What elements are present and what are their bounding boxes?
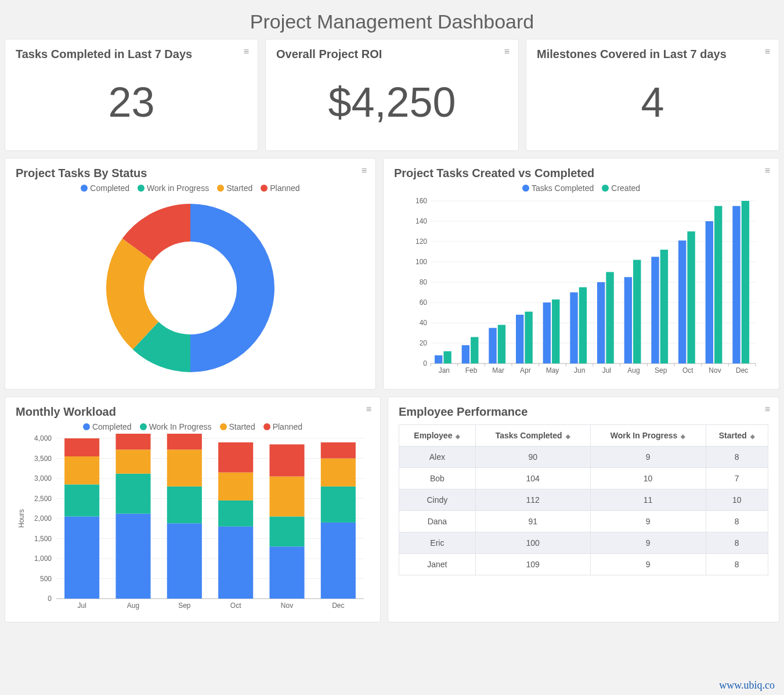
svg-text:Sep: Sep [178, 602, 191, 610]
svg-text:Mar: Mar [492, 366, 504, 374]
table-cell: Janet [399, 554, 476, 575]
svg-text:Jul: Jul [602, 366, 610, 374]
chart-title: Project Tasks Created vs Completed [394, 167, 768, 180]
kpi-title: Overall Project ROI [276, 48, 508, 61]
svg-text:Hours: Hours [17, 509, 26, 528]
table-row: Dana9198 [399, 511, 768, 532]
svg-rect-91 [64, 438, 99, 456]
svg-rect-100 [167, 449, 202, 486]
sort-icon: ◆ [566, 433, 570, 440]
legend-item: Started [217, 183, 252, 193]
table-cell: 8 [706, 446, 768, 468]
svg-text:0: 0 [423, 359, 427, 368]
svg-text:Aug: Aug [127, 602, 139, 610]
chart-title: Project Tasks By Status [16, 167, 365, 180]
legend-item: Work in Progress [138, 183, 209, 193]
hamburger-icon[interactable]: ≡ [765, 168, 771, 174]
hamburger-icon[interactable]: ≡ [504, 49, 510, 55]
svg-rect-111 [269, 444, 304, 476]
svg-rect-44 [606, 272, 613, 364]
svg-text:2,500: 2,500 [34, 495, 52, 503]
grouped-card: ≡ Project Tasks Created vs Completed Tas… [383, 158, 779, 390]
table-cell: Bob [399, 468, 476, 489]
kpi-row: ≡ Tasks Completed in Last 7 Days 23 ≡ Ov… [5, 39, 779, 151]
svg-text:60: 60 [419, 298, 427, 307]
svg-rect-95 [115, 449, 150, 473]
svg-rect-93 [115, 514, 150, 599]
hamburger-icon[interactable]: ≡ [244, 49, 250, 55]
svg-rect-106 [218, 442, 253, 473]
table-cell: 104 [475, 468, 590, 489]
svg-rect-105 [218, 473, 253, 500]
table-cell: 112 [475, 489, 590, 511]
table-cell: Cindy [399, 489, 476, 511]
table-cell: 91 [475, 511, 590, 532]
donut-chart [86, 195, 295, 381]
donut-card: ≡ Project Tasks By Status Completed Work… [5, 158, 376, 390]
svg-rect-109 [269, 517, 304, 547]
hamburger-icon[interactable]: ≡ [765, 406, 771, 412]
table-row: Janet10998 [399, 554, 768, 575]
grouped-legend: Tasks Completed Created [394, 183, 768, 193]
svg-rect-19 [435, 355, 442, 363]
kpi-value: $4,250 [276, 61, 508, 142]
svg-text:80: 80 [419, 278, 427, 286]
kpi-title: Milestones Covered in Last 7 days [537, 48, 768, 61]
table-header[interactable]: Employee◆ [399, 425, 476, 446]
svg-rect-32 [525, 312, 532, 363]
legend-item: Completed [83, 422, 132, 431]
page-title: Project Management Dashboard [5, 2, 779, 39]
stacked-legend: Completed Work In Progress Started Plann… [16, 422, 370, 431]
svg-text:Jun: Jun [573, 366, 584, 374]
svg-rect-39 [570, 293, 577, 364]
svg-text:Jan: Jan [438, 366, 449, 374]
svg-text:Dec: Dec [735, 366, 747, 374]
sort-icon: ◆ [456, 433, 460, 440]
svg-text:160: 160 [415, 197, 427, 205]
hamburger-icon[interactable]: ≡ [366, 406, 372, 412]
svg-text:Sep: Sep [654, 366, 667, 374]
table-cell: 7 [706, 468, 768, 489]
table-header[interactable]: Tasks Completed◆ [475, 425, 590, 446]
svg-text:3,500: 3,500 [34, 455, 52, 463]
svg-rect-99 [167, 487, 202, 523]
svg-rect-89 [64, 484, 99, 516]
svg-text:Oct: Oct [682, 366, 693, 374]
table-cell: 100 [475, 532, 590, 554]
svg-text:Nov: Nov [709, 366, 721, 374]
svg-text:100: 100 [415, 258, 427, 266]
svg-rect-110 [269, 477, 304, 517]
svg-rect-113 [321, 523, 356, 599]
sort-icon: ◆ [750, 433, 755, 440]
table-cell: 11 [590, 489, 706, 511]
svg-rect-63 [732, 206, 740, 363]
hamburger-icon[interactable]: ≡ [362, 168, 367, 174]
svg-text:2,000: 2,000 [34, 514, 52, 523]
svg-rect-56 [687, 232, 695, 364]
svg-rect-28 [497, 325, 505, 364]
legend-item: Planned [263, 422, 302, 431]
chart-title: Monthly Workload [16, 405, 370, 419]
svg-rect-27 [489, 328, 496, 363]
table-header[interactable]: Work In Progress◆ [590, 425, 706, 446]
svg-rect-60 [714, 206, 722, 363]
table-row: Alex9098 [399, 446, 768, 468]
table-cell: 10 [590, 468, 706, 489]
kpi-title: Tasks Completed in Last 7 Days [16, 48, 247, 61]
svg-text:20: 20 [419, 339, 427, 347]
svg-text:1,500: 1,500 [34, 535, 52, 543]
table-cell: Alex [399, 446, 476, 468]
svg-text:Aug: Aug [627, 366, 640, 374]
hamburger-icon[interactable]: ≡ [765, 49, 771, 55]
table-header[interactable]: Started◆ [706, 425, 768, 446]
stacked-bar-chart: Hours05001,0001,5002,0002,5003,0003,5004… [16, 434, 370, 614]
svg-text:500: 500 [40, 575, 52, 583]
table-cell: 9 [590, 554, 706, 575]
grouped-bar-chart: 020406080100120140160JanFebMarAprMayJunJ… [402, 195, 761, 381]
svg-rect-64 [741, 201, 749, 363]
performance-card: ≡ Employee Performance Employee◆Tasks Co… [388, 397, 779, 622]
svg-rect-101 [167, 434, 202, 449]
table-cell: 8 [706, 554, 768, 575]
performance-table: Employee◆Tasks Completed◆Work In Progres… [399, 424, 768, 575]
svg-text:Jul: Jul [77, 602, 86, 610]
